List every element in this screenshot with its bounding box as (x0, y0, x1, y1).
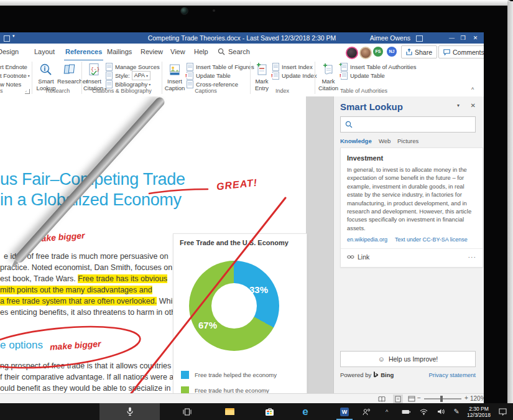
cross-reference-button[interactable]: Cross-reference (187, 80, 238, 88)
powered-by-label: Powered by (340, 371, 371, 378)
avatar[interactable]: FS (373, 47, 383, 57)
tab-references[interactable]: References (64, 44, 103, 61)
insert-table-of-authorities-button[interactable]: Insert Table of Authorities (341, 62, 417, 71)
group-divider (250, 62, 251, 94)
bibliography-label: Bibliography (115, 81, 147, 88)
avatar[interactable] (346, 47, 358, 59)
taskbar-clock[interactable]: 2:30 PM 12/3/2018 (463, 403, 495, 420)
comments-button[interactable]: Comments (438, 45, 484, 58)
read-mode-button[interactable] (377, 394, 387, 403)
doc-paragraph-line: mith points out the many disadvantages a… (0, 284, 152, 296)
doc-text: practice. Noted economist, Dan Smith, fo… (0, 263, 187, 272)
tab-layout[interactable]: Layout (33, 44, 56, 60)
tab-mailings[interactable]: Mailings (106, 44, 133, 60)
close-button[interactable]: ✕ (472, 32, 479, 44)
edge-button[interactable]: e (297, 403, 313, 420)
user-name[interactable]: Aimee Owens (370, 32, 410, 44)
wikipedia-link[interactable]: en.wikipedia.org (347, 236, 387, 243)
toa-update-table-label: Update Table (350, 72, 385, 79)
insert-index-button[interactable]: Insert Index (272, 62, 313, 71)
legend-swatch-blue (181, 371, 189, 379)
tab-design[interactable]: Design (0, 44, 20, 60)
pane-close-icon[interactable]: ✕ (471, 102, 476, 109)
insert-endnote-button[interactable]: rt Endnote (0, 62, 27, 71)
action-center-button[interactable] (495, 403, 510, 420)
toa-update-table-button[interactable]: Update Table (341, 71, 385, 80)
privacy-statement-link[interactable]: Privacy statement (429, 371, 476, 378)
avatar[interactable] (359, 47, 372, 59)
license-link[interactable]: Text under CC-BY-SA license (395, 236, 468, 243)
clock-date: 12/3/2018 (467, 412, 491, 418)
pane-search-input[interactable] (340, 116, 476, 133)
doc-subheading: e options (0, 339, 43, 352)
update-index-button[interactable]: Update Index (272, 71, 317, 80)
search-box[interactable]: Search (227, 44, 251, 60)
doc-text: es enticing benefits, it also threatens … (0, 308, 182, 317)
next-footnote-button[interactable]: t Footnote▾ (0, 71, 30, 80)
tab-help[interactable]: Help (193, 44, 210, 60)
store-button[interactable] (261, 403, 277, 420)
help-us-improve-button[interactable]: ☺ Help us Improve! (340, 351, 476, 367)
insert-table-of-figures-button[interactable]: Insert Table of Figures (187, 62, 254, 71)
zoom-in-button[interactable]: + (464, 394, 468, 401)
wifi-icon[interactable] (417, 403, 430, 420)
show-notes-button[interactable]: w Notes (0, 80, 21, 88)
chart-label-blue: 33% (249, 284, 268, 295)
pane-tab-pictures[interactable]: Pictures (397, 138, 418, 144)
pen-settings-icon[interactable]: ✎ (450, 403, 463, 420)
update-table-label: Update Table (196, 72, 231, 79)
minimize-button[interactable]: — (448, 32, 455, 44)
print-layout-button[interactable] (393, 394, 403, 403)
file-explorer-button[interactable] (221, 403, 238, 420)
style-value[interactable]: APA▾ (132, 71, 150, 80)
bibliography-icon (106, 80, 113, 88)
zoom-level[interactable]: 120% (470, 395, 484, 402)
tab-view[interactable]: View (169, 44, 187, 60)
link-label[interactable]: Link (358, 253, 369, 261)
insert-caption-icon (169, 63, 181, 77)
ribbon: rt Endnote t Footnote▾ w Notes s ⌟ Smart… (0, 60, 484, 97)
pane-tab-web[interactable]: Web (379, 138, 391, 144)
dialog-launcher-icon[interactable]: ⌟ (25, 89, 30, 94)
battery-icon[interactable] (399, 403, 413, 420)
style-dropdown[interactable]: Style: APA▾ (106, 71, 150, 80)
legend-swatch-green (181, 386, 189, 393)
ribbon-tab-row: Design Layout References Mailings Review… (0, 44, 484, 60)
svg-text:{-}: {-} (91, 66, 99, 72)
pane-title: Smart Lookup (340, 101, 403, 112)
people-button[interactable] (359, 403, 373, 420)
screen: ▾ Competing Trade Theories.docx - Last S… (0, 32, 484, 403)
volume-icon[interactable] (434, 403, 448, 420)
help-us-improve-label: Help us Improve! (389, 355, 438, 363)
web-layout-button[interactable] (407, 394, 417, 403)
doc-text: est book, Trade Wars. (0, 274, 78, 283)
search-icon (218, 48, 225, 55)
clock-time: 2:30 PM (467, 406, 491, 412)
ribbon-display-options-icon[interactable] (416, 35, 423, 42)
zoom-slider-track[interactable] (424, 398, 461, 399)
chart-object[interactable]: Free Trade and the U.S. Economy 33% 67% … (173, 233, 307, 393)
zoom-out-button[interactable]: − (417, 394, 421, 401)
zoom-slider-thumb[interactable] (440, 396, 443, 402)
researcher-button[interactable]: Researcher (57, 63, 82, 85)
pane-tab-knowledge[interactable]: Knowledge (340, 138, 372, 144)
avatar[interactable]: NJ (387, 47, 397, 57)
show-hidden-icons-chevron[interactable]: ^ (381, 403, 393, 420)
comments-icon (443, 49, 450, 55)
update-table-button[interactable]: Update Table (187, 71, 231, 80)
update-index-icon (272, 72, 279, 80)
task-view-button[interactable] (179, 403, 195, 420)
microphone-button[interactable] (99, 403, 160, 420)
collapse-ribbon-icon[interactable]: ^ (471, 86, 474, 93)
pane-options-caret-icon[interactable]: ▾ (457, 103, 460, 108)
tab-review[interactable]: Review (139, 44, 164, 60)
title-bar: ▾ Competing Trade Theories.docx - Last S… (0, 32, 484, 44)
maximize-button[interactable]: ❒ (460, 32, 466, 44)
device-bezel (0, 6, 507, 32)
more-options-icon[interactable]: ··· (468, 253, 477, 261)
word-button[interactable]: W (336, 403, 353, 420)
manage-sources-button[interactable]: Manage Sources (106, 62, 160, 71)
doc-highlighted-text: mith points out the many disadvantages a… (0, 286, 152, 294)
bibliography-button[interactable]: Bibliography▾ (106, 80, 150, 88)
share-button[interactable]: Share (401, 45, 437, 58)
